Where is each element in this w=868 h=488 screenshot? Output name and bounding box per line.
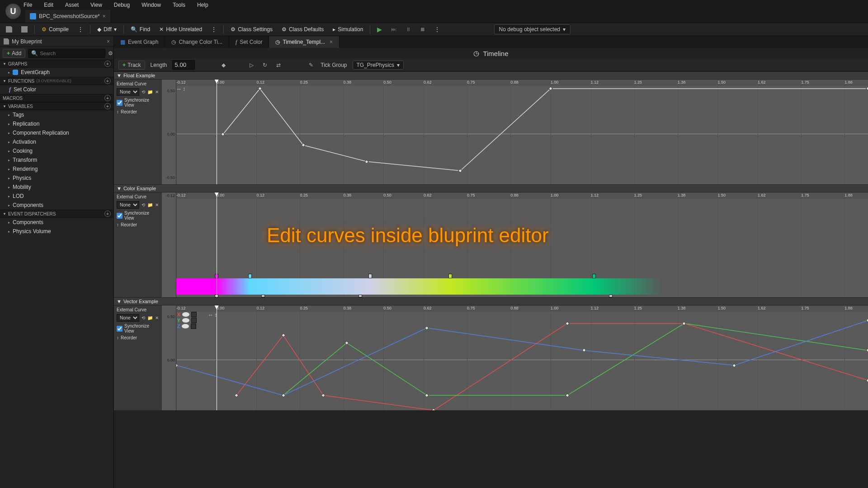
keyframe[interactable] (866, 348, 868, 352)
my-blueprint-tab[interactable]: My Blueprint × (0, 36, 113, 47)
variable-item[interactable]: ▸Tags (0, 110, 113, 119)
diff-button[interactable]: ◆Diff▾ (95, 25, 119, 34)
keyframe[interactable] (176, 363, 179, 368)
dispatcher-item[interactable]: ▸Components (0, 218, 113, 227)
variable-item[interactable]: ▸LOD (0, 192, 113, 201)
use-icon[interactable]: 📁 (147, 315, 153, 321)
float-track-header[interactable]: ▼Float Example (114, 71, 868, 80)
keyframe[interactable] (582, 348, 586, 352)
hide-unrelated-button[interactable]: ✕Hide Unrelated (157, 25, 204, 34)
color-key[interactable] (592, 274, 596, 278)
color-track-header[interactable]: ▼Color Example (114, 184, 868, 192)
keyframe[interactable] (301, 143, 306, 147)
menu-window[interactable]: Window (142, 2, 161, 8)
browse-icon[interactable]: ⟲ (141, 315, 146, 321)
external-curve-select[interactable]: None (117, 201, 139, 209)
browse-icon[interactable]: ⟲ (141, 89, 146, 95)
lastkey-icon[interactable]: ◆ (219, 61, 227, 69)
keyframe[interactable] (425, 393, 429, 398)
close-icon[interactable]: × (330, 39, 333, 45)
close-icon[interactable]: × (107, 38, 110, 45)
simulation-button[interactable]: ▸Simulation (330, 25, 365, 34)
use-icon[interactable]: 📁 (147, 202, 153, 208)
vector-curve-area[interactable]: X Y Z ↔↕ -0.120.000.120.250.380.500.620.… (176, 305, 868, 410)
variable-item[interactable]: ▸Cooking (0, 146, 113, 155)
gear-icon[interactable]: ⚙ (108, 50, 113, 56)
color-key[interactable] (248, 274, 252, 278)
variable-item[interactable]: ▸Physics (0, 174, 113, 183)
debug-object-select[interactable]: No debug object selected▾ (494, 24, 571, 34)
add-track-button[interactable]: +Track (118, 61, 145, 70)
sync-checkbox[interactable] (117, 213, 123, 219)
keyframe[interactable] (321, 393, 326, 398)
close-icon[interactable]: × (103, 13, 106, 19)
replicated-icon[interactable]: ⇄ (274, 61, 283, 69)
browse-button[interactable] (19, 25, 30, 34)
color-key[interactable] (448, 274, 452, 278)
keyframe[interactable] (565, 321, 570, 326)
add-macro-button[interactable]: + (104, 95, 111, 101)
keyframe[interactable] (425, 326, 429, 330)
eventgraph-item[interactable]: ▸EventGraph (0, 68, 113, 77)
keyframe[interactable] (281, 333, 286, 338)
stop-button[interactable]: ⏹ (418, 25, 428, 34)
x-channel-toggle[interactable]: X (177, 312, 197, 317)
y-channel-toggle[interactable]: Y (177, 318, 197, 323)
variable-item[interactable]: ▸Activation (0, 137, 113, 146)
keyframe[interactable] (364, 160, 369, 164)
color-curve-area[interactable]: Edit curves inside bluprint editor -0.12… (176, 192, 868, 297)
document-tab[interactable]: BPC_ScreenshotSource* × (25, 10, 110, 23)
class-settings-button[interactable]: ⚙Class Settings (228, 25, 275, 34)
keyframe[interactable] (682, 321, 687, 326)
alpha-key[interactable] (261, 295, 265, 297)
keyframe[interactable] (565, 393, 570, 398)
play-options-button[interactable]: ⋮ (432, 25, 442, 34)
external-curve-select[interactable]: None (117, 314, 139, 322)
hide-options-button[interactable]: ⋮ (209, 25, 219, 34)
keyframe[interactable] (221, 132, 226, 136)
variable-item[interactable]: ▸Component Replication (0, 128, 113, 137)
sync-checkbox[interactable] (117, 326, 123, 332)
menu-edit[interactable]: Edit (44, 2, 53, 8)
keyframe[interactable] (866, 318, 868, 323)
fit-v-icon[interactable]: ↕ (183, 86, 185, 92)
find-button[interactable]: 🔍Find (128, 25, 152, 34)
color-key[interactable] (368, 274, 372, 278)
variable-item[interactable]: ▸Components (0, 201, 113, 210)
add-button[interactable]: +Add (3, 49, 25, 58)
add-function-button[interactable]: + (104, 78, 111, 84)
variables-section-header[interactable]: ▼VARIABLES+ (0, 102, 113, 110)
keyframe[interactable] (281, 393, 286, 398)
graph-tab[interactable]: fSet Color (229, 36, 269, 48)
sync-checkbox[interactable] (117, 100, 123, 106)
keyframe[interactable] (234, 393, 239, 398)
pause-button[interactable]: ⏸ (403, 25, 413, 34)
search-input[interactable]: 🔍 (28, 49, 105, 58)
alpha-key[interactable] (609, 295, 613, 297)
keyframe[interactable] (458, 169, 462, 173)
clear-icon[interactable]: ✕ (155, 89, 159, 95)
menu-help[interactable]: Help (197, 2, 208, 8)
keyframe[interactable] (866, 86, 868, 91)
keyframe[interactable] (431, 408, 436, 410)
browse-icon[interactable]: ⟲ (141, 202, 146, 208)
tick-group-select[interactable]: TG_PrePhysics▾ (353, 61, 404, 70)
graph-tab[interactable]: ▦Event Graph (114, 36, 165, 48)
clear-icon[interactable]: ✕ (155, 202, 159, 208)
autoplay-icon[interactable]: ▷ (247, 61, 255, 69)
fit-h-icon[interactable]: ↔ (176, 86, 182, 92)
variable-item[interactable]: ▸Mobility (0, 183, 113, 192)
tick-icon[interactable]: ✎ (307, 61, 315, 69)
macros-section-header[interactable]: MACROS+ (0, 94, 113, 102)
functions-section-header[interactable]: ▼FUNCTIONS(3 OVERRIDABLE)+ (0, 77, 113, 85)
clear-icon[interactable]: ✕ (155, 315, 159, 321)
compile-button[interactable]: ⚙Compile (39, 25, 71, 34)
variable-item[interactable]: ▸Transform (0, 155, 113, 164)
play-button[interactable]: ▶ (375, 24, 384, 34)
add-variable-button[interactable]: + (104, 103, 111, 109)
keyframe[interactable] (548, 86, 553, 91)
alpha-key[interactable] (359, 295, 362, 297)
add-graph-button[interactable]: + (104, 61, 111, 67)
length-input[interactable] (172, 60, 195, 70)
keyframe[interactable] (732, 363, 736, 368)
